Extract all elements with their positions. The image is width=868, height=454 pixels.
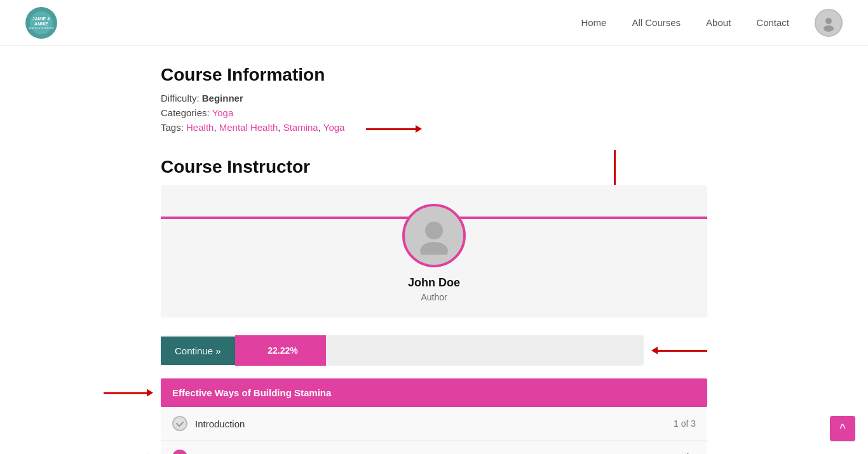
arr-line	[104, 392, 148, 394]
lesson-left-about: About Building Stamina	[172, 450, 294, 454]
progress-percentage: 22.22%	[262, 345, 297, 356]
logo-circle: JAMIE & ANNIE HEALTH & NUTRITION	[25, 7, 57, 39]
logo[interactable]: JAMIE & ANNIE HEALTH & NUTRITION	[25, 7, 57, 39]
lesson-row-about-wrapper: About Building Stamina 2 of 3	[161, 441, 707, 454]
tag-health[interactable]: Health	[186, 122, 214, 133]
svg-text:JAMIE &: JAMIE &	[32, 17, 50, 21]
user-avatar-icon[interactable]	[815, 9, 843, 37]
lesson-name-about: About Building Stamina	[195, 452, 294, 455]
instructor-avatar	[402, 204, 466, 267]
arrow-left-icon	[656, 350, 707, 352]
instructor-name: John Doe	[408, 276, 460, 290]
lessons-list: Introduction 1 of 3 About Building Stami…	[161, 407, 707, 454]
tag-yoga[interactable]: Yoga	[323, 122, 345, 133]
nav-home[interactable]: Home	[581, 17, 606, 28]
lesson-left-introduction: Introduction	[172, 416, 245, 431]
course-info-title: Course Information	[161, 65, 707, 85]
tags-arrow-annotation	[355, 128, 417, 130]
instructor-section-title: Course Instructor	[161, 157, 707, 177]
instructor-role: Author	[421, 292, 447, 302]
svg-point-5	[825, 18, 832, 24]
lesson-name-introduction: Introduction	[195, 418, 245, 429]
instructor-card-container: John Doe Author	[161, 185, 707, 317]
category-yoga[interactable]: Yoga	[212, 107, 234, 118]
nav-contact[interactable]: Contact	[756, 17, 789, 28]
tags-label: Tags:	[161, 122, 184, 133]
lesson-row-about[interactable]: About Building Stamina 2 of 3	[161, 441, 707, 454]
categories-row: Categories: Yoga	[161, 107, 707, 118]
course-instructor-section: Course Instructor John Doe Auth	[161, 157, 707, 317]
check-circle-introduction	[172, 416, 187, 431]
lesson-row-introduction[interactable]: Introduction 1 of 3	[161, 407, 707, 441]
arrow-right-icon	[366, 128, 417, 130]
categories-label: Categories:	[161, 107, 210, 118]
nav-about[interactable]: About	[706, 17, 731, 28]
tags-row: Tags: Health, Mental Health, Stamina, Yo…	[161, 122, 707, 137]
progress-section: Continue » 22.22%	[161, 335, 707, 366]
svg-text:ANNIE: ANNIE	[34, 22, 48, 26]
section-stamina-wrapper: Effective Ways of Building Stamina	[161, 378, 707, 407]
back-to-top-button[interactable]: ^	[830, 416, 855, 441]
difficulty-value: Beginner	[202, 93, 243, 103]
progress-arrow-annotation	[656, 350, 707, 352]
section-header-arrow-annotation	[104, 392, 148, 394]
progress-bar-container: Continue » 22.22%	[161, 335, 644, 366]
section-stamina-header: Effective Ways of Building Stamina	[161, 378, 707, 407]
lesson-count-introduction: 1 of 3	[674, 418, 696, 429]
instructor-card-wrapper: John Doe Author	[161, 185, 707, 317]
arrow-down-line	[614, 150, 616, 188]
check-circle-about	[172, 450, 187, 454]
section-stamina-title: Effective Ways of Building Stamina	[172, 387, 331, 398]
difficulty-row: Difficulty: Beginner	[161, 93, 707, 103]
instructor-card: John Doe Author	[161, 185, 707, 317]
progress-bar-wrapper: 22.22%	[235, 335, 644, 366]
svg-point-7	[425, 222, 443, 239]
difficulty-label: Difficulty:	[161, 93, 200, 103]
course-information-section: Course Information Difficulty: Beginner …	[161, 65, 707, 137]
main-nav: Home All Courses About Contact	[581, 9, 843, 37]
tag-stamina[interactable]: Stamina	[283, 122, 318, 133]
svg-point-8	[420, 242, 448, 255]
svg-text:HEALTH & NUTRITION: HEALTH & NUTRITION	[29, 27, 54, 30]
tag-mental-health[interactable]: Mental Health	[219, 122, 278, 133]
nav-all-courses[interactable]: All Courses	[632, 17, 681, 28]
svg-point-6	[824, 25, 834, 32]
continue-button[interactable]: Continue »	[161, 337, 235, 365]
progress-fill: 22.22%	[235, 335, 326, 366]
